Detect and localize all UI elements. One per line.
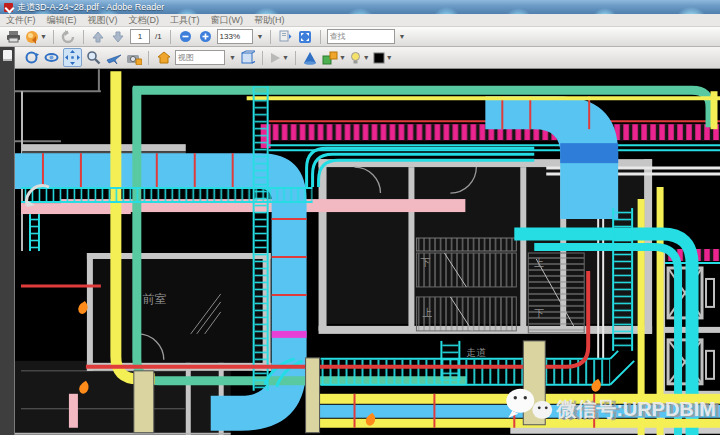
find-caret-icon: ▼ [399, 33, 406, 40]
main-toolbar: ▼ /1 [0, 27, 720, 47]
cross-section-icon [303, 51, 317, 65]
views-caret-icon: ▼ [229, 54, 236, 61]
menu-edit[interactable]: 编辑(E) [47, 14, 77, 27]
spin-tool-button[interactable] [43, 49, 60, 66]
label-front-room: 前室 [143, 292, 167, 306]
zoom-level-select[interactable]: 133% [217, 29, 253, 44]
toolbar-separator [148, 51, 149, 65]
3d-viewport[interactable]: 前室 走道 下 上 上 下 微信号:URPDBIM [15, 69, 720, 435]
pan-tool-button[interactable] [63, 48, 82, 67]
label-corridor: 走道 [466, 347, 486, 358]
zoom-out-icon [179, 30, 192, 43]
fullscreen-icon [298, 30, 312, 44]
toolbar-separator [320, 30, 321, 44]
fullscreen-button[interactable] [297, 28, 314, 45]
title-bar[interactable]: 走道3D-A-24~28.pdf - Adobe Reader [0, 0, 720, 14]
fly-tool-icon [106, 51, 122, 65]
adobe-reader-window: 走道3D-A-24~28.pdf - Adobe Reader 文件(F) 编辑… [0, 0, 720, 435]
camera-tool-button[interactable] [125, 49, 142, 66]
menu-bar: 文件(F) 编辑(E) 视图(V) 文档(D) 工具(T) 窗口(W) 帮助(H… [0, 14, 720, 27]
3d-canvas[interactable]: 前室 走道 下 上 上 下 微信号:URPDBIM [15, 69, 720, 435]
light-caret-icon: ▼ [363, 54, 370, 61]
light-settings-button[interactable]: ▼ [349, 49, 370, 66]
default-view-button[interactable] [155, 49, 172, 66]
zoom-out-button[interactable] [177, 28, 194, 45]
toolbar-separator [53, 30, 54, 44]
views-combo-value: 视图 [178, 52, 194, 63]
previous-view-icon [61, 30, 76, 44]
navigation-pane-strip[interactable] [0, 47, 15, 435]
bg-color-caret-icon: ▼ [386, 54, 393, 61]
zoom-tool-button[interactable] [85, 49, 102, 66]
menu-file[interactable]: 文件(F) [6, 14, 36, 27]
print-button[interactable] [5, 28, 22, 45]
toolbar-separator [295, 51, 296, 65]
page-total-label: /1 [155, 32, 162, 41]
spin-tool-icon [44, 50, 59, 65]
page-up-icon [92, 31, 104, 43]
menu-document[interactable]: 文档(D) [129, 14, 160, 27]
home-view-icon [157, 51, 171, 64]
3d-toolbar: 视图 ▼ ▼ [15, 47, 720, 69]
label-down-2: 下 [534, 308, 544, 319]
main-area: 视图 ▼ ▼ [0, 47, 720, 435]
page-down-icon [112, 31, 124, 43]
background-color-button[interactable]: ▼ [373, 49, 393, 66]
camera-tool-icon [126, 51, 142, 65]
label-down-1: 下 [420, 257, 430, 268]
zoom-level-value: 133% [220, 32, 240, 41]
export-caret-icon: ▼ [40, 33, 47, 40]
fly-tool-button[interactable] [105, 49, 122, 66]
menu-help[interactable]: 帮助(H) [254, 14, 285, 27]
rotate-tool-icon [24, 50, 39, 65]
print-icon [6, 30, 21, 43]
zoom-in-button[interactable] [197, 28, 214, 45]
views-combo[interactable]: 视图 [175, 50, 225, 65]
page-thumbnails-icon[interactable] [3, 50, 12, 61]
cross-section-button[interactable] [302, 49, 319, 66]
light-settings-icon [349, 51, 362, 64]
play-caret-icon: ▼ [282, 54, 289, 61]
scroll-mode-icon [278, 30, 292, 43]
model-tree-button[interactable]: ▼ [322, 49, 346, 66]
render-mode-button[interactable] [239, 49, 256, 66]
previous-view-button[interactable] [60, 28, 77, 45]
model-tree-icon [322, 51, 338, 65]
find-input[interactable] [327, 29, 395, 44]
page-number-input[interactable] [130, 29, 150, 44]
zoom-caret-icon: ▼ [257, 33, 264, 40]
export-icon [25, 30, 39, 44]
render-mode-icon [240, 50, 255, 65]
toolbar-separator [83, 30, 84, 44]
label-up-1: 上 [421, 307, 432, 318]
play-animation-icon [269, 52, 281, 64]
menu-window[interactable]: 窗口(W) [211, 14, 244, 27]
previous-page-button[interactable] [90, 28, 107, 45]
next-page-button[interactable] [110, 28, 127, 45]
play-animation-button[interactable]: ▼ [269, 49, 289, 66]
menu-view[interactable]: 视图(V) [88, 14, 118, 27]
background-color-icon [373, 52, 385, 64]
window-title: 走道3D-A-24~28.pdf - Adobe Reader [17, 1, 164, 14]
toolbar-separator [170, 30, 171, 44]
export-button[interactable]: ▼ [25, 28, 47, 45]
watermark-text: 微信号:URPDBIM [555, 398, 716, 420]
toolbar-separator [270, 30, 271, 44]
zoom-tool-icon [86, 50, 101, 65]
rotate-tool-button[interactable] [23, 49, 40, 66]
pan-tool-icon [65, 50, 80, 65]
model-tree-caret-icon: ▼ [339, 54, 346, 61]
menu-tools[interactable]: 工具(T) [170, 14, 200, 27]
toolbar-separator [262, 51, 263, 65]
pdf-app-icon [4, 3, 13, 12]
label-up-2: 上 [533, 257, 544, 268]
scroll-mode-button[interactable] [277, 28, 294, 45]
zoom-in-icon [199, 30, 212, 43]
